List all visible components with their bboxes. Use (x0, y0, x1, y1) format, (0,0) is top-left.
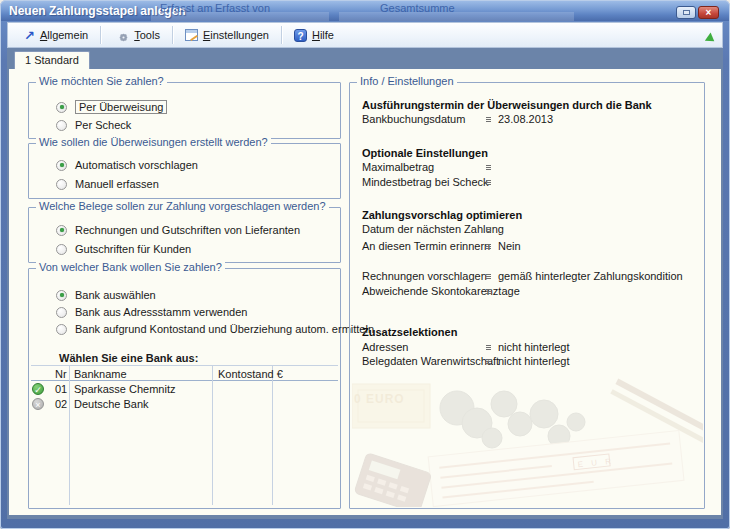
radio-label: Bank aus Adressstamm verwenden (75, 306, 247, 318)
radio-icon[interactable] (56, 102, 67, 113)
allgemein-label: Allgemein (40, 29, 88, 41)
run-gear-icon[interactable] (696, 27, 714, 43)
bank-table-caption: Wählen Sie eine Bank aus: (59, 352, 198, 364)
table-column-line (272, 366, 273, 505)
radio-icon[interactable] (56, 120, 67, 131)
ghost-grid-band (339, 12, 574, 21)
ghost-column-erfasst-von: Erfasst von (215, 2, 270, 14)
info-label: Bankbuchungsdatum (362, 113, 465, 125)
settings-form-icon (185, 29, 198, 41)
radio-icon[interactable] (56, 225, 67, 236)
allgemein-button[interactable]: ↗ Allgemein (18, 27, 94, 44)
column-header-bankname[interactable]: Bankname (74, 368, 127, 380)
ghost-column-gesamtsumme: Gesamtsumme (380, 2, 455, 14)
column-header-nr[interactable]: Nr (55, 368, 67, 380)
help-question-icon: ? (294, 29, 307, 42)
table-header-topline (31, 365, 338, 366)
radio-icon[interactable] (56, 160, 67, 171)
equals-marker-icon (486, 180, 491, 185)
info-label: Rechnungen vorschlagen (362, 270, 487, 282)
content-panel: Wie möchten Sie zahlen? Per Überweisung … (9, 69, 721, 515)
radio-manuell[interactable]: Manuell erfassen (56, 177, 159, 191)
radio-rechnungen-lieferanten[interactable]: Rechnungen und Gutschriften von Lieferan… (56, 223, 300, 237)
column-header-kontostand[interactable]: Kontostand € (218, 368, 283, 380)
svg-text:0 EURO: 0 EURO (354, 392, 405, 406)
info-row-belegdaten[interactable]: Belegdaten Warenwirtschaft nicht hinterl… (362, 355, 698, 369)
info-value: Nein (498, 240, 521, 252)
radio-per-scheck[interactable]: Per Scheck (56, 118, 131, 132)
radio-bank-adressstamm[interactable]: Bank aus Adressstamm verwenden (56, 305, 247, 319)
hilfe-label: Hilfe (312, 29, 334, 41)
dialog-window: Neuen Zahlungsstapel anlegen Erfasst am … (0, 0, 730, 529)
group-title: Wie möchten Sie zahlen? (36, 75, 167, 87)
info-value: nicht hinterlegt (498, 341, 570, 353)
toolbar-separator (172, 26, 173, 44)
einstellungen-button[interactable]: Einstellungen (179, 27, 275, 43)
info-row-maximalbetrag[interactable]: Maximalbetrag (362, 161, 698, 175)
group-info-einstellungen: Info / Einstellungen Ausführungstermin d… (349, 82, 705, 509)
cell-bankname: Sparkasse Chemnitz (74, 383, 176, 395)
radio-label: Manuell erfassen (75, 178, 159, 190)
info-row-bankbuchungsdatum[interactable]: Bankbuchungsdatum 23.08.2013 (362, 113, 698, 127)
info-row-datum-naechste-zahlung[interactable]: Datum der nächsten Zahlung (362, 223, 698, 237)
tab-standard[interactable]: 1 Standard (14, 51, 90, 69)
table-header-underline (31, 380, 338, 381)
info-row-termin-erinnern[interactable]: An diesen Termin erinnern Nein (362, 240, 698, 254)
money-watermark: 0 EURO E U R (352, 378, 703, 507)
radio-icon[interactable] (56, 307, 67, 318)
radio-label: Bank auswählen (75, 289, 156, 301)
group-title: Welche Belege sollen zur Zahlung vorgesc… (36, 200, 329, 212)
tools-button[interactable]: Tools (107, 26, 166, 44)
equals-marker-icon (486, 274, 491, 279)
group-bank-selection: Von welcher Bank wollen Sie zahlen? Bank… (28, 268, 341, 509)
cell-nr: 01 (55, 383, 67, 395)
radio-label: Per Überweisung (75, 100, 167, 114)
radio-gutschriften-kunden[interactable]: Gutschriften für Kunden (56, 242, 191, 256)
cell-bankname: Deutsche Bank (74, 398, 149, 410)
info-label: Abweichende Skontokarenztage (362, 285, 520, 297)
radio-automatisch[interactable]: Automatisch vorschlagen (56, 158, 198, 172)
info-label: Datum der nächsten Zahlung (362, 223, 504, 235)
equals-marker-icon (486, 227, 491, 232)
info-label: Adressen (362, 341, 408, 353)
radio-icon[interactable] (56, 179, 67, 190)
close-button[interactable]: × (698, 6, 719, 19)
group-creation-mode: Wie sollen die Überweisungen erstellt we… (28, 143, 341, 199)
info-value: 23.08.2013 (498, 113, 553, 125)
info-label: Mindestbetrag bei Scheck (362, 176, 489, 188)
radio-bank-kontostand[interactable]: Bank aufgrund Kontostand und Überziehung… (56, 322, 374, 336)
hilfe-button[interactable]: ? Hilfe (288, 27, 340, 44)
inactive-x-icon: × (32, 398, 44, 410)
radio-icon[interactable] (56, 290, 67, 301)
section-heading: Zusatzselektionen (362, 326, 698, 340)
northeast-arrow-icon: ↗ (24, 29, 35, 42)
radio-label: Bank aufgrund Kontostand und Überziehung… (75, 323, 374, 335)
section-heading: Ausführungstermin der Überweisungen durc… (362, 99, 698, 113)
group-title: Info / Einstellungen (357, 75, 457, 87)
restore-button[interactable] (676, 6, 696, 19)
radio-label: Rechnungen und Gutschriften von Lieferan… (75, 224, 300, 236)
equals-marker-icon (486, 289, 491, 294)
info-row-rechnungen-vorschlagen[interactable]: Rechnungen vorschlagen gemäß hinterlegte… (362, 270, 698, 284)
info-row-mindestbetrag[interactable]: Mindestbetrag bei Scheck (362, 176, 698, 190)
info-value: nicht hinterlegt (498, 355, 570, 367)
radio-icon[interactable] (56, 324, 67, 335)
radio-label: Per Scheck (75, 119, 131, 131)
group-title: Von welcher Bank wollen Sie zahlen? (36, 261, 225, 273)
table-column-line (212, 366, 213, 505)
radio-bank-auswaehlen[interactable]: Bank auswählen (56, 288, 156, 302)
table-column-line (69, 366, 70, 505)
ghost-column-erfasst-am: Erfasst am (160, 2, 213, 14)
info-row-adressen[interactable]: Adressen nicht hinterlegt (362, 341, 698, 355)
info-row-skontokarenztage[interactable]: Abweichende Skontokarenztage (362, 285, 698, 299)
radio-icon[interactable] (56, 244, 67, 255)
gears-icon (113, 28, 129, 42)
toolbar: ↗ Allgemein Tools Einstellungen ? Hilfe (7, 22, 723, 48)
radio-label: Automatisch vorschlagen (75, 159, 198, 171)
cell-nr: 02 (55, 398, 67, 410)
radio-per-ueberweisung[interactable]: Per Überweisung (56, 100, 167, 114)
workspace: 1 Standard Wie möchten Sie zahlen? Per Ü… (7, 48, 723, 519)
green-arrow-icon (705, 33, 717, 46)
equals-marker-icon (486, 165, 491, 170)
title-bar[interactable]: Neuen Zahlungsstapel anlegen Erfasst am … (1, 1, 729, 21)
